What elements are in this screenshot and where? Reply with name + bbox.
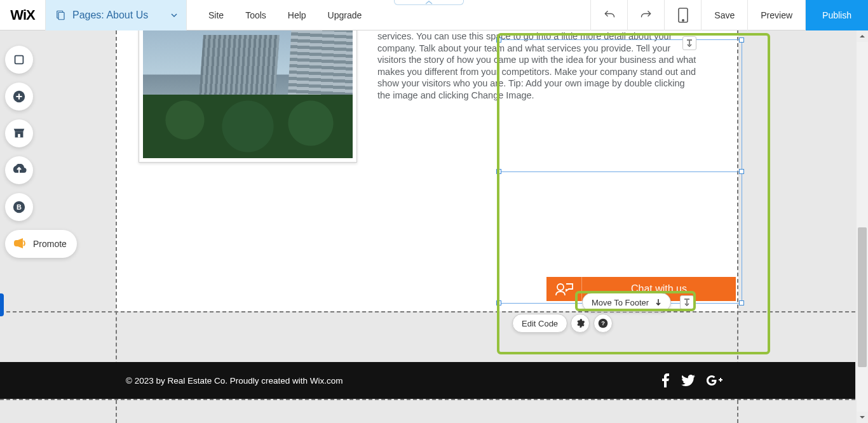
site-footer[interactable]: © 2023 by Real Estate Co. Proudly create… <box>0 362 855 399</box>
help-button[interactable]: ? <box>593 314 613 333</box>
topbar-right: Save Preview Publish <box>590 0 868 30</box>
move-to-footer-label: Move To Footer <box>592 298 649 307</box>
attach-top-button[interactable] <box>682 36 696 50</box>
wix-logo[interactable]: WiX <box>0 0 46 30</box>
rail-promote-button[interactable]: Promote <box>5 230 77 258</box>
edit-code-button[interactable]: Edit Code <box>512 314 567 333</box>
undo-button[interactable] <box>590 0 627 30</box>
settings-button[interactable] <box>571 314 590 333</box>
menu-upgrade[interactable]: Upgrade <box>328 10 362 20</box>
move-to-footer-button[interactable]: Move To Footer <box>582 293 671 312</box>
attach-bottom-button[interactable] <box>680 295 694 309</box>
rail-store-button[interactable] <box>5 119 33 147</box>
left-edge-tab[interactable] <box>0 293 4 316</box>
about-image-content <box>143 29 353 158</box>
pages-dropdown-label: Pages: About Us <box>72 10 148 21</box>
scrollbar-thumb[interactable] <box>858 227 867 367</box>
svg-rect-1 <box>58 12 64 19</box>
guide-section-end <box>0 311 855 312</box>
scroll-up-button[interactable] <box>857 30 868 42</box>
menu-tools[interactable]: Tools <box>245 10 266 20</box>
rail-add-button[interactable] <box>5 83 33 111</box>
selection-midline <box>499 171 742 172</box>
vertical-scrollbar[interactable] <box>857 30 868 423</box>
menu-help[interactable]: Help <box>288 10 306 20</box>
resize-handle-mr[interactable] <box>739 169 744 174</box>
about-image[interactable] <box>139 24 357 163</box>
left-tool-rail: B Promote <box>5 46 77 258</box>
resize-handle-br[interactable] <box>739 300 744 306</box>
pages-icon <box>55 10 66 21</box>
rail-inspector-button[interactable] <box>5 46 33 74</box>
rail-bookings-button[interactable]: B <box>5 193 33 221</box>
selected-html-component[interactable] <box>498 39 742 304</box>
svg-point-3 <box>682 19 684 20</box>
svg-text:B: B <box>17 203 22 211</box>
svg-text:?: ? <box>601 320 605 326</box>
resize-handle-tr[interactable] <box>739 37 744 43</box>
twitter-icon[interactable] <box>681 375 695 386</box>
menu-site[interactable]: Site <box>208 10 224 20</box>
preview-button[interactable]: Preview <box>747 0 805 30</box>
chevron-down-icon <box>171 12 177 18</box>
editor-canvas[interactable]: services. You can use this space to go i… <box>0 30 855 423</box>
arrow-down-icon <box>655 299 661 306</box>
facebook-icon[interactable] <box>661 373 670 387</box>
resize-handle-bl[interactable] <box>496 300 501 306</box>
mobile-view-button[interactable] <box>664 0 701 30</box>
rail-promote-label: Promote <box>33 239 67 249</box>
googleplus-icon[interactable] <box>707 374 723 387</box>
top-menu: Site Tools Help Upgrade <box>208 10 362 20</box>
resize-handle-tl[interactable] <box>496 37 501 43</box>
scroll-down-button[interactable] <box>857 412 868 423</box>
edit-code-label: Edit Code <box>522 319 558 328</box>
guide-footer-end <box>0 399 855 400</box>
resize-handle-ml[interactable] <box>496 169 501 174</box>
footer-socials <box>661 373 723 387</box>
megaphone-icon <box>10 235 28 253</box>
footer-text: © 2023 by Real Estate Co. Proudly create… <box>126 376 343 386</box>
top-drawer-handle[interactable] <box>394 0 464 5</box>
save-button[interactable]: Save <box>701 0 747 30</box>
rail-upload-button[interactable] <box>5 156 33 184</box>
redo-button[interactable] <box>627 0 664 30</box>
svg-rect-4 <box>15 56 24 64</box>
svg-rect-7 <box>18 134 20 138</box>
publish-button[interactable]: Publish <box>805 0 868 30</box>
pages-dropdown[interactable]: Pages: About Us <box>46 0 187 30</box>
